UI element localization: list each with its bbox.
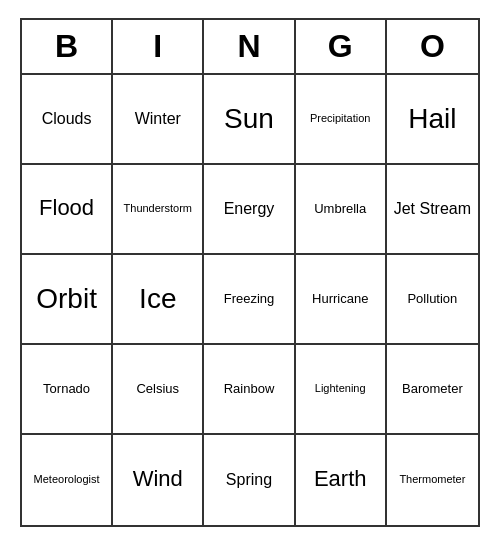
- cell-text: Rainbow: [224, 381, 275, 397]
- header-letter-B: B: [22, 20, 113, 73]
- cell-text: Winter: [135, 109, 181, 128]
- bingo-header: BINGO: [22, 20, 478, 75]
- bingo-cell: Hurricane: [296, 255, 387, 345]
- cell-text: Earth: [314, 466, 367, 492]
- cell-text: Precipitation: [310, 112, 371, 125]
- cell-text: Barometer: [402, 381, 463, 397]
- cell-text: Energy: [224, 199, 275, 218]
- bingo-cell: Sun: [204, 75, 295, 165]
- bingo-cell: Flood: [22, 165, 113, 255]
- bingo-cell: Lightening: [296, 345, 387, 435]
- bingo-grid: CloudsWinterSunPrecipitationHailFloodThu…: [22, 75, 478, 525]
- cell-text: Wind: [133, 466, 183, 492]
- bingo-cell: Umbrella: [296, 165, 387, 255]
- header-letter-I: I: [113, 20, 204, 73]
- bingo-cell: Pollution: [387, 255, 478, 345]
- bingo-cell: Winter: [113, 75, 204, 165]
- bingo-cell: Spring: [204, 435, 295, 525]
- header-letter-N: N: [204, 20, 295, 73]
- cell-text: Pollution: [407, 291, 457, 307]
- bingo-card: BINGO CloudsWinterSunPrecipitationHailFl…: [20, 18, 480, 527]
- bingo-cell: Wind: [113, 435, 204, 525]
- cell-text: Spring: [226, 470, 272, 489]
- cell-text: Umbrella: [314, 201, 366, 217]
- cell-text: Thunderstorm: [124, 202, 192, 215]
- bingo-cell: Rainbow: [204, 345, 295, 435]
- header-letter-G: G: [296, 20, 387, 73]
- bingo-cell: Barometer: [387, 345, 478, 435]
- cell-text: Meteorologist: [34, 473, 100, 486]
- cell-text: Hail: [408, 102, 456, 136]
- cell-text: Orbit: [36, 282, 97, 316]
- cell-text: Ice: [139, 282, 176, 316]
- cell-text: Sun: [224, 102, 274, 136]
- bingo-cell: Meteorologist: [22, 435, 113, 525]
- bingo-cell: Hail: [387, 75, 478, 165]
- cell-text: Hurricane: [312, 291, 368, 307]
- bingo-cell: Orbit: [22, 255, 113, 345]
- cell-text: Freezing: [224, 291, 275, 307]
- bingo-cell: Earth: [296, 435, 387, 525]
- bingo-cell: Energy: [204, 165, 295, 255]
- bingo-cell: Tornado: [22, 345, 113, 435]
- bingo-cell: Freezing: [204, 255, 295, 345]
- cell-text: Tornado: [43, 381, 90, 397]
- cell-text: Clouds: [42, 109, 92, 128]
- cell-text: Lightening: [315, 382, 366, 395]
- bingo-cell: Ice: [113, 255, 204, 345]
- bingo-cell: Jet Stream: [387, 165, 478, 255]
- bingo-cell: Precipitation: [296, 75, 387, 165]
- cell-text: Jet Stream: [394, 199, 471, 218]
- bingo-cell: Thunderstorm: [113, 165, 204, 255]
- header-letter-O: O: [387, 20, 478, 73]
- cell-text: Flood: [39, 195, 94, 221]
- bingo-cell: Celsius: [113, 345, 204, 435]
- cell-text: Celsius: [136, 381, 179, 397]
- cell-text: Thermometer: [399, 473, 465, 486]
- bingo-cell: Clouds: [22, 75, 113, 165]
- bingo-cell: Thermometer: [387, 435, 478, 525]
